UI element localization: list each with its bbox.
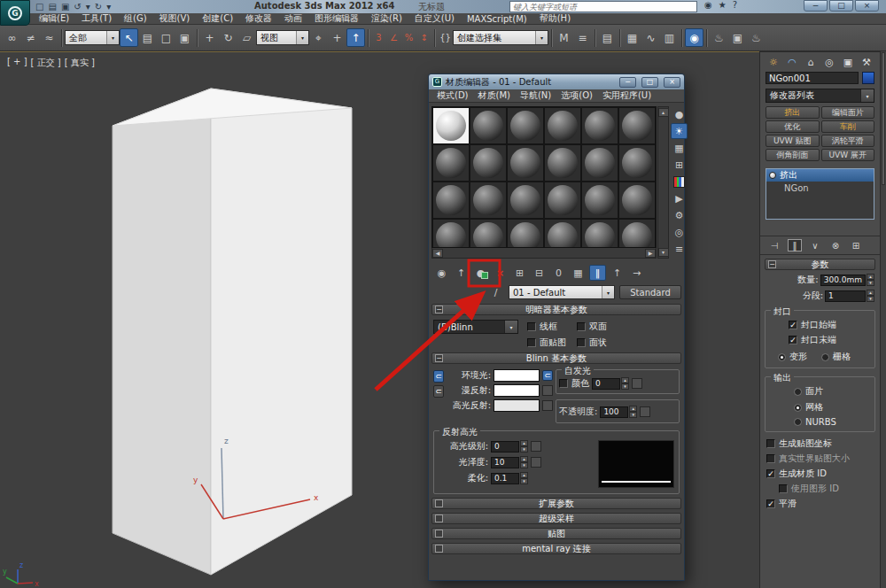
video-color-check-icon[interactable] [671, 174, 688, 190]
spin-up-icon[interactable]: ▴ [867, 274, 874, 280]
menu-animation[interactable]: 动画 [284, 12, 302, 25]
menu-group[interactable]: 组(G) [124, 12, 147, 25]
remove-modifier-icon[interactable]: ⊗ [828, 239, 843, 251]
expand-icon[interactable] [435, 514, 443, 522]
material-sample-slot[interactable] [432, 182, 470, 219]
reference-coordinate-dropdown[interactable]: 视图▾ [256, 30, 309, 45]
extended-params-rollout[interactable]: 扩展参数 [431, 498, 681, 509]
maximize-button[interactable]: □ [829, 0, 853, 12]
assign-material-to-selection-icon[interactable]: ● [472, 265, 489, 281]
me-menu-modes[interactable]: 模式(D) [437, 89, 469, 102]
command-panel-scrollbar[interactable] [880, 51, 886, 588]
expand-icon[interactable] [435, 499, 443, 507]
sample-uv-tiling-icon[interactable]: ⊞ [671, 157, 688, 173]
select-and-scale-icon[interactable]: ▱ [237, 28, 256, 47]
material-type-button[interactable]: Standard [619, 285, 681, 299]
ambient-color-swatch[interactable] [494, 369, 540, 382]
help-search-box[interactable] [509, 1, 697, 12]
pin-stack-icon[interactable]: ⊣ [767, 239, 781, 251]
unlink-selection-icon[interactable]: ≠ [21, 28, 40, 47]
specular-level-spinner[interactable]: 0 ▴▾ [491, 440, 528, 453]
help-icon[interactable]: ? [733, 0, 737, 10]
sample-type-icon[interactable]: ● [671, 106, 688, 122]
select-object-icon[interactable]: ↖ [120, 28, 138, 47]
spin-up-icon[interactable]: ▴ [867, 290, 874, 296]
supersampling-rollout[interactable]: 超级采样 [431, 513, 681, 524]
material-sample-slot[interactable] [507, 107, 544, 144]
generate-material-ids-checkbox[interactable]: ✓生成材质 ID [766, 468, 874, 480]
mental-ray-rollout[interactable]: mental ray 连接 [431, 543, 681, 554]
modifier-list-dropdown[interactable]: 修改器列表 ▾ [766, 89, 874, 103]
spin-down-icon[interactable]: ▾ [867, 280, 874, 286]
glossiness-spinner[interactable]: 10 ▴▾ [491, 456, 528, 468]
go-to-parent-icon[interactable]: ↑ [609, 265, 626, 281]
menu-tools[interactable]: 工具(T) [82, 12, 112, 25]
wire-checkbox[interactable]: 线框 [527, 321, 577, 333]
viewport-menu-pov[interactable]: [ 正交 ] [31, 57, 61, 69]
bind-to-spacewarp-icon[interactable]: ≈ [40, 28, 58, 47]
specular-map-button[interactable] [542, 400, 553, 411]
app-logo[interactable]: G [0, 0, 30, 26]
curve-editor-icon[interactable]: ∿ [641, 28, 660, 47]
specular-level-map-button[interactable] [531, 441, 541, 452]
show-map-in-viewport-icon[interactable]: ▦ [570, 265, 587, 281]
redo-dropdown-icon[interactable]: ▾ [106, 1, 111, 12]
select-and-manipulate-icon[interactable]: + [328, 28, 346, 47]
angle-snap-icon[interactable]: ∠ [386, 28, 401, 47]
glossiness-map-button[interactable] [531, 457, 541, 468]
redo-icon[interactable]: ↻ [95, 1, 102, 12]
me-close-button[interactable]: × [664, 77, 680, 88]
patch-radio[interactable]: 面片 [794, 385, 871, 398]
pick-material-eyedropper-icon[interactable]: ∕ [487, 284, 504, 300]
opacity-map-button[interactable] [640, 406, 650, 417]
diffuse-color-swatch[interactable] [494, 384, 540, 397]
dropdown-arrow-icon[interactable]: ▾ [504, 321, 517, 333]
scroll-left-icon[interactable]: ◀ [432, 249, 443, 258]
new-file-icon[interactable]: □ [35, 1, 43, 12]
material-sample-slot[interactable] [470, 107, 507, 144]
collapse-icon[interactable]: − [435, 354, 443, 362]
undo-dropdown-icon[interactable]: ▾ [86, 1, 90, 12]
material-sample-slot[interactable] [507, 219, 544, 248]
dropdown-arrow-icon[interactable]: ▾ [860, 89, 874, 102]
stack-item-extrude[interactable]: 挤出 [766, 169, 874, 182]
scroll-up-icon[interactable]: ▴ [658, 108, 669, 117]
modifier-button-unwrap-uvw[interactable]: UVW 展开 [821, 149, 875, 161]
favorites-star-icon[interactable]: ★ [719, 0, 727, 10]
material-sample-slot[interactable] [618, 144, 656, 182]
soften-spinner[interactable]: 0.1 ▴▾ [491, 472, 528, 484]
real-world-map-size-checkbox[interactable]: 真实世界贴图大小 [766, 453, 874, 465]
smooth-checkbox[interactable]: ✓平滑 [766, 498, 874, 510]
object-color-swatch[interactable] [862, 72, 874, 84]
expand-icon[interactable] [435, 530, 443, 538]
create-tab-icon[interactable]: ☼ [766, 56, 781, 68]
amount-spinner[interactable]: 300.0mm ▴▾ [820, 274, 874, 286]
select-by-name-icon[interactable]: ▤ [138, 28, 157, 47]
make-material-copy-icon[interactable]: ⊞ [511, 265, 528, 281]
self-illum-spinner[interactable]: 0 ▴▾ [592, 377, 629, 390]
object-name-field[interactable]: NGon001 [766, 72, 859, 84]
diffuse-specular-lock-icon[interactable]: ⊂ [433, 385, 444, 398]
hierarchy-tab-icon[interactable]: ⌂ [804, 56, 818, 68]
material-id-channel-icon[interactable]: 0 [550, 265, 567, 281]
use-shape-ids-checkbox[interactable]: 使用图形 ID [779, 483, 874, 495]
help-search-input[interactable] [510, 3, 696, 12]
menu-help[interactable]: 帮助(H) [540, 12, 571, 25]
edit-named-selection-icon[interactable]: {} [438, 28, 453, 47]
menu-edit[interactable]: 编辑(E) [39, 12, 69, 25]
menu-maxscript[interactable]: MAXScript(M) [467, 14, 527, 24]
options-icon[interactable]: ⚙ [671, 207, 688, 223]
named-selection-dropdown[interactable]: 创建选择集▾ [453, 30, 548, 45]
material-sample-slot[interactable] [432, 219, 470, 248]
shader-rollout-header[interactable]: − 明暗器基本参数 [431, 304, 681, 315]
me-minimize-button[interactable]: − [619, 77, 636, 88]
put-to-library-icon[interactable]: ⊟ [531, 265, 548, 281]
close-button[interactable]: × [855, 0, 879, 12]
collapse-icon[interactable]: − [435, 306, 443, 313]
segments-spinner[interactable]: 1 ▴▾ [825, 290, 874, 302]
material-sample-slot[interactable] [470, 182, 507, 219]
material-sample-slot[interactable] [544, 107, 581, 144]
go-forward-sibling-icon[interactable]: → [628, 265, 645, 281]
spinner-snap-icon[interactable]: ↕ [416, 28, 431, 47]
lock-icon[interactable]: ⊂ [542, 370, 553, 381]
